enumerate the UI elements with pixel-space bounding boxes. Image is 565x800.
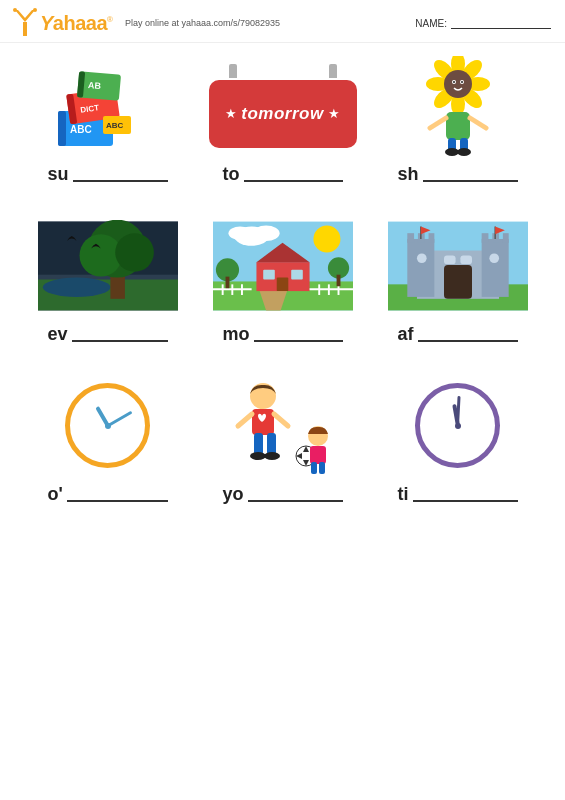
svg-line-29 — [430, 118, 446, 128]
label-ti: ti — [398, 484, 518, 505]
label-yo: yo — [223, 484, 343, 505]
svg-rect-53 — [291, 269, 303, 279]
svg-line-90 — [274, 414, 288, 426]
svg-rect-70 — [407, 238, 434, 296]
svg-rect-66 — [336, 274, 340, 286]
svg-point-93 — [250, 452, 266, 460]
line-ti — [413, 500, 518, 502]
cell-yo: yo — [205, 373, 360, 505]
cell-ev: ev — [30, 213, 185, 345]
clock-center-purple — [455, 423, 461, 429]
svg-rect-98 — [311, 462, 317, 474]
tomorrow-star-right: ★ — [328, 106, 340, 121]
cell-o: o' — [30, 373, 185, 505]
cell-to: ★ tomorrow ★ to — [205, 53, 360, 185]
svg-point-2 — [13, 8, 17, 12]
main-content: ABC DICT AB ABC su — [0, 43, 565, 525]
min-hand-orange — [107, 410, 133, 427]
row-3: o' — [20, 373, 545, 505]
svg-rect-28 — [446, 112, 470, 140]
svg-point-34 — [457, 148, 471, 156]
label-ev: ev — [48, 324, 168, 345]
castle-scene-image — [388, 213, 528, 318]
cell-mo: mo — [205, 213, 360, 345]
svg-rect-5 — [58, 111, 66, 146]
prefix-af: af — [398, 324, 414, 345]
svg-rect-91 — [254, 433, 263, 455]
label-mo: mo — [223, 324, 343, 345]
svg-point-26 — [453, 81, 455, 83]
prefix-to: to — [223, 164, 240, 185]
purple-clock-image — [388, 373, 528, 478]
line-yo — [248, 500, 343, 502]
svg-line-89 — [238, 414, 252, 426]
name-field: NAME: — [415, 17, 551, 29]
label-su: su — [48, 164, 168, 185]
prefix-o: o' — [48, 484, 63, 505]
cell-su: ABC DICT AB ABC su — [30, 53, 185, 185]
row-1: ABC DICT AB ABC su — [20, 53, 545, 185]
svg-point-33 — [445, 148, 459, 156]
page-header: Yahaaa ® Play online at yahaaa.com/s/790… — [0, 0, 565, 43]
line-sh — [423, 180, 518, 182]
svg-rect-78 — [444, 265, 472, 299]
name-underline — [451, 17, 551, 29]
svg-rect-75 — [481, 233, 488, 243]
tomorrow-text: tomorrow — [241, 104, 323, 124]
cell-af: af — [380, 213, 535, 345]
svg-rect-64 — [225, 276, 229, 288]
svg-rect-74 — [428, 233, 434, 243]
svg-point-3 — [33, 8, 37, 12]
sunflower-girl-image — [388, 53, 528, 158]
svg-point-38 — [42, 277, 110, 296]
svg-point-23 — [444, 70, 472, 98]
prefix-mo: mo — [223, 324, 250, 345]
svg-text:AB: AB — [87, 80, 101, 91]
svg-rect-99 — [319, 462, 325, 474]
svg-rect-1 — [23, 22, 27, 36]
svg-rect-82 — [460, 255, 472, 264]
svg-point-45 — [313, 225, 340, 252]
logo-text: Yahaaa — [40, 12, 107, 35]
svg-point-79 — [416, 253, 426, 263]
books-image: ABC DICT AB ABC — [38, 53, 178, 158]
svg-point-94 — [264, 452, 280, 460]
prefix-sh: sh — [398, 164, 419, 185]
row-2: ev — [20, 213, 545, 345]
logo: Yahaaa ® — [10, 8, 113, 38]
label-o: o' — [48, 484, 168, 505]
label-to: to — [223, 164, 343, 185]
line-mo — [254, 340, 343, 342]
house-scene-image — [213, 213, 353, 318]
svg-line-30 — [470, 118, 486, 128]
sunflower-girl-svg — [408, 56, 508, 156]
min-hand-purple — [456, 395, 461, 425]
cell-ti: ti — [380, 373, 535, 505]
line-af — [418, 340, 518, 342]
castle-scene-svg — [388, 220, 528, 312]
svg-point-48 — [228, 226, 251, 240]
purple-clock — [415, 383, 500, 468]
line-ev — [72, 340, 168, 342]
svg-text:ABC: ABC — [70, 124, 92, 135]
orange-clock — [65, 383, 150, 468]
prefix-ti: ti — [398, 484, 409, 505]
svg-rect-81 — [444, 255, 456, 264]
line-o — [67, 500, 168, 502]
tomorrow-star-left: ★ — [225, 106, 237, 121]
tree-scene-image — [38, 213, 178, 318]
kids-playing-svg — [218, 376, 348, 476]
label-af: af — [398, 324, 518, 345]
svg-rect-52 — [263, 269, 275, 279]
prefix-su: su — [48, 164, 69, 185]
svg-text:ABC: ABC — [106, 121, 124, 130]
label-sh: sh — [398, 164, 518, 185]
header-url: Play online at yahaaa.com/s/79082935 — [125, 18, 280, 28]
svg-point-47 — [252, 225, 279, 240]
orange-clock-image — [38, 373, 178, 478]
svg-rect-88 — [252, 409, 274, 435]
name-label: NAME: — [415, 18, 447, 29]
svg-marker-0 — [15, 10, 35, 22]
svg-rect-54 — [276, 277, 288, 291]
svg-rect-77 — [502, 233, 508, 243]
